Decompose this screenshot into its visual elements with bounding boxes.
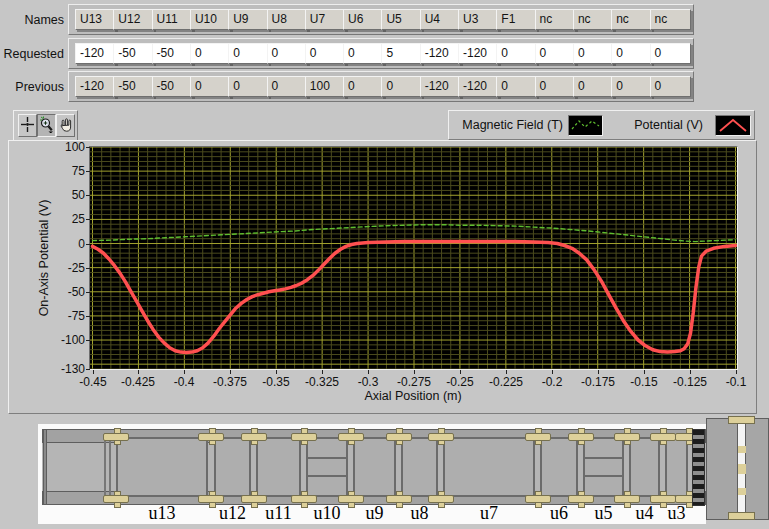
electrode-u7 (443, 437, 535, 497)
cursor-tool-button[interactable] (18, 114, 37, 137)
io-cell-previous-11: 0 (496, 76, 537, 97)
pan-tool-button[interactable] (56, 114, 75, 137)
end-divider-1 (104, 433, 106, 501)
io-cell-requested-6[interactable]: 0 (305, 43, 346, 64)
right-clamp-top (728, 416, 755, 424)
io-cell-requested-8[interactable]: 5 (381, 43, 422, 64)
potential-field-chart (90, 147, 737, 369)
y-tick-1 (86, 171, 90, 172)
io-cell-names-8: U5 (381, 9, 422, 30)
screw-top-1 (198, 433, 224, 441)
io-row-names: U13U12U11U10U9U8U7U6U5U4U3F1ncncncnc (68, 4, 694, 35)
io-cell-requested-3[interactable]: 0 (190, 43, 231, 64)
solid-line-sample-icon (716, 116, 750, 135)
io-cell-requested-15[interactable]: 0 (650, 43, 691, 64)
io-cell-requested-14[interactable]: 0 (611, 43, 652, 64)
io-cell-requested-2[interactable]: -50 (152, 43, 193, 64)
cursor-crosshair-icon (20, 116, 35, 133)
pan-hand-icon (58, 116, 73, 133)
x-tick-5 (322, 370, 323, 374)
y-tick-7 (86, 316, 90, 317)
screw-bottom-3 (291, 495, 317, 503)
x-tick-label-9: -0.225 (483, 375, 529, 389)
screw-top-3 (291, 433, 317, 441)
screw-bottom-7 (525, 495, 551, 503)
io-cell-names-10: U3 (458, 9, 499, 30)
x-tick-6 (368, 370, 369, 374)
screw-bottom-1 (198, 495, 224, 503)
io-cell-requested-5[interactable]: 0 (267, 43, 308, 64)
io-cell-requested-13[interactable]: 0 (573, 43, 614, 64)
x-tick-label-0: -0.45 (70, 375, 116, 389)
io-cell-requested-12[interactable]: 0 (535, 43, 576, 64)
y-tick-label-9: -130 (39, 362, 85, 376)
io-cell-requested-10[interactable]: -120 (458, 43, 499, 64)
screw-bottom-10 (650, 495, 676, 503)
x-tick-label-11: -0.175 (575, 375, 621, 389)
left-end-cap (43, 429, 47, 505)
y-tick-0 (86, 147, 90, 148)
y-tick-label-0: 100 (39, 140, 85, 154)
screw-top-4 (338, 433, 364, 441)
x-tick-10 (552, 370, 553, 374)
screw-top-7 (525, 433, 551, 441)
x-tick-label-8: -0.25 (437, 375, 483, 389)
slot-nub-3 (738, 488, 746, 495)
screw-bottom-8 (568, 495, 594, 503)
screw-top-10 (650, 433, 676, 441)
x-tick-7 (414, 370, 415, 374)
plot-area[interactable] (89, 146, 738, 370)
y-axis-title: On-Axis Potential (V) (37, 178, 51, 338)
electrode-voltage-panel: Names Requested Previous U13U12U11U10U9U… (0, 0, 769, 529)
io-cell-previous-1: -50 (113, 76, 154, 97)
electrode-label-u3: u3 (647, 503, 707, 524)
io-cell-requested-4[interactable]: 0 (228, 43, 269, 64)
x-tick-8 (460, 370, 461, 374)
io-cell-requested-1[interactable]: -50 (113, 43, 154, 64)
io-cell-names-15: nc (650, 9, 691, 30)
screw-bottom-4 (338, 495, 364, 503)
legend-sample-potential[interactable] (715, 115, 751, 136)
x-tick-0 (93, 370, 94, 374)
segment-line (585, 475, 622, 477)
requested-row-label: Requested (0, 47, 64, 61)
x-tick-label-2: -0.4 (161, 375, 207, 389)
electrode-u11 (256, 437, 301, 497)
electrode-u3 (665, 437, 688, 497)
screw-bottom-6 (428, 495, 454, 503)
io-cell-previous-6: 100 (305, 76, 346, 97)
io-cell-requested-7[interactable]: 0 (343, 43, 384, 64)
io-cell-requested-9[interactable]: -120 (420, 43, 461, 64)
y-tick-8 (86, 340, 90, 341)
y-tick-6 (86, 292, 90, 293)
io-cell-names-12: nc (535, 9, 576, 30)
io-cell-names-11: F1 (496, 9, 537, 30)
screw-bottom-9 (614, 495, 640, 503)
x-tick-12 (644, 370, 645, 374)
io-cell-previous-14: 0 (611, 76, 652, 97)
io-cell-names-14: nc (611, 9, 652, 30)
y-tick-2 (86, 195, 90, 196)
x-tick-label-3: -0.375 (207, 375, 253, 389)
x-tick-13 (690, 370, 691, 374)
electrode-u10 (306, 437, 348, 497)
segment-line (308, 457, 346, 459)
electrode-label-u13: u13 (132, 503, 192, 524)
io-cell-previous-3: 0 (190, 76, 231, 97)
screw-bottom-0 (103, 495, 129, 503)
io-cell-requested-0[interactable]: -120 (75, 43, 116, 64)
right-clamp-bottom (728, 512, 755, 520)
io-cell-names-3: U10 (190, 9, 231, 30)
electrode-u12 (214, 437, 251, 497)
io-cell-requested-11[interactable]: 0 (496, 43, 537, 64)
electrode-u4 (629, 437, 660, 497)
io-cell-names-5: U8 (267, 9, 308, 30)
segment-line (585, 457, 622, 459)
legend-sample-magnetic-field[interactable] (568, 115, 603, 136)
x-tick-label-12: -0.15 (621, 375, 667, 389)
electrode-u9 (353, 437, 396, 497)
x-tick-label-13: -0.125 (667, 375, 713, 389)
screw-top-8 (568, 433, 594, 441)
screw-bottom-2 (241, 495, 267, 503)
zoom-tool-button[interactable] (37, 114, 56, 137)
